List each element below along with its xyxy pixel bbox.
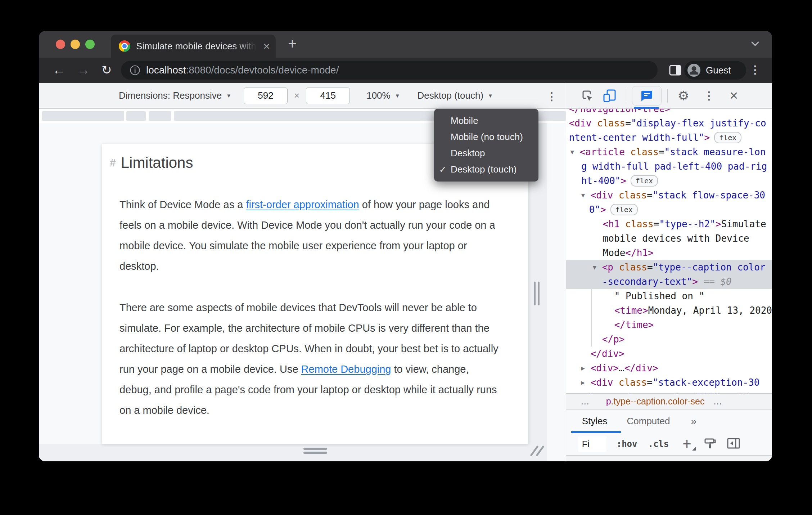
dom-tree-line[interactable]: </div> <box>566 346 772 361</box>
dom-tree-line[interactable]: </time> <box>566 318 772 332</box>
throttling-device-select[interactable]: Desktop (touch) <box>418 90 484 101</box>
more-tabs-chevrons[interactable]: » <box>691 416 696 427</box>
dom-tree-line[interactable]: 0">flex <box>566 202 772 217</box>
style-filter-input[interactable] <box>578 436 606 452</box>
rendering-brush-icon[interactable] <box>704 437 717 451</box>
viewport-height-resize-handle[interactable] <box>303 448 327 456</box>
url-text: localhost:8080/docs/devtools/device-mode… <box>146 64 339 76</box>
address-bar[interactable]: localhost:8080/docs/devtools/device-mode… <box>121 61 658 80</box>
dom-tree-line[interactable]: <h1 class="type--h2">Simulate <box>566 217 772 231</box>
dom-tree-line[interactable]: lg:stack-exception-700">…</d <box>566 390 772 393</box>
viewport-width-resize-handle[interactable] <box>534 282 540 305</box>
settings-gear-icon[interactable]: ⚙ <box>678 88 689 103</box>
media-query-segment[interactable] <box>42 111 124 121</box>
titlebar: Simulate mobile devices with D × + <box>39 31 772 58</box>
article-link[interactable]: Remote Debugging <box>301 363 391 375</box>
site-info-icon[interactable] <box>130 65 140 76</box>
fullscreen-window-button[interactable] <box>85 40 95 49</box>
tab-computed[interactable]: Computed <box>627 416 670 427</box>
code-token: </div> <box>624 363 658 373</box>
collapse-arrow-icon[interactable]: ▼ <box>570 145 574 159</box>
breadcrumb-selected-node[interactable]: p.type--caption.color-sec <box>606 396 705 407</box>
reload-button[interactable]: ↻ <box>102 63 112 77</box>
dom-tree-line[interactable]: <time>Monday, April 13, 2020 <box>566 303 772 318</box>
device-menu-item[interactable]: Mobile (no touch) <box>434 129 538 145</box>
side-panel-icon[interactable] <box>669 65 681 77</box>
device-type-menu: MobileMobile (no touch)Desktop✓Desktop (… <box>434 109 538 182</box>
device-menu-item[interactable]: ✓Desktop (touch) <box>434 161 538 178</box>
device-toolbar-menu-icon[interactable]: ⋮ <box>546 90 557 103</box>
expand-arrow-icon[interactable]: ▶ <box>581 361 585 375</box>
devtools-pane: ⚙ ⋮ × </navigation-tree><div class="disp… <box>566 83 772 461</box>
viewport-width-input[interactable] <box>244 88 288 104</box>
dom-tree-line[interactable]: <div class="display-flex justify-co <box>566 116 772 130</box>
toggle-class-button[interactable]: .cls <box>648 439 669 449</box>
forward-button[interactable]: → <box>77 63 90 77</box>
chrome-favicon-icon <box>119 40 130 52</box>
elements-dom-tree: </navigation-tree><div class="display-fl… <box>566 109 772 393</box>
back-button[interactable]: ← <box>53 63 66 77</box>
viewport-height-input[interactable] <box>306 88 350 104</box>
devtools-close-icon[interactable]: × <box>730 88 738 104</box>
device-menu-item[interactable]: Desktop <box>434 145 538 161</box>
tab-close-icon[interactable]: × <box>263 40 270 52</box>
styles-filter-bar: :hov .cls + <box>566 433 772 455</box>
dom-tree-line[interactable]: mobile devices with Device <box>566 231 772 246</box>
dom-tree-line[interactable]: ht-400">flex <box>566 174 772 188</box>
device-menu-item[interactable]: Mobile <box>434 113 538 129</box>
code-token: "stack flow-space-30 <box>653 190 765 201</box>
dom-tree-line[interactable]: ▼<article class="stack measure-lon <box>566 145 772 159</box>
dock-side-panel-icon[interactable] <box>727 438 740 451</box>
dom-tree-line[interactable]: ▼<p class="type--caption color <box>566 260 772 274</box>
new-style-rule-button[interactable]: + <box>682 437 691 451</box>
browser-menu-icon[interactable]: ⋮ <box>750 63 761 76</box>
code-token: > <box>692 276 698 287</box>
new-tab-button[interactable]: + <box>288 35 297 53</box>
dom-tree-line[interactable]: " Published on " <box>566 289 772 303</box>
article-link[interactable]: first-order approximation <box>246 199 359 210</box>
toggle-hover-button[interactable]: :hov <box>617 439 637 449</box>
dom-tree-line[interactable]: </navigation-tree> <box>566 109 772 116</box>
browser-tab[interactable]: Simulate mobile devices with D × <box>111 35 276 58</box>
dimensions-select[interactable]: Dimensions: Responsive <box>119 90 222 101</box>
heading-anchor-hash[interactable]: # <box>110 157 116 169</box>
inspect-element-icon[interactable] <box>581 89 594 102</box>
collapse-arrow-icon[interactable]: ▼ <box>593 260 596 274</box>
profile-button[interactable]: Guest <box>684 61 746 80</box>
collapse-arrow-icon[interactable]: ▼ <box>581 188 585 202</box>
dom-tree-line[interactable]: ntent-center width-full">flex <box>566 130 772 145</box>
device-menu-item-label: Mobile (no touch) <box>451 131 523 142</box>
media-query-segment[interactable] <box>149 111 171 121</box>
minimize-window-button[interactable] <box>71 40 80 49</box>
code-token: </navigation-tree> <box>569 109 671 114</box>
breadcrumb-ellipsis[interactable]: … <box>581 396 590 407</box>
viewport-bottom-gutter <box>39 444 547 461</box>
dom-tree-line[interactable]: ▶<div class="stack-exception-30 <box>566 375 772 390</box>
toggle-device-toolbar-icon[interactable] <box>603 89 617 103</box>
flex-badge[interactable]: flex <box>610 204 638 215</box>
dom-tree-line[interactable]: </p> <box>566 332 772 346</box>
devtools-menu-icon[interactable]: ⋮ <box>704 89 714 102</box>
tab-search-chevron-icon[interactable] <box>750 40 760 49</box>
breadcrumb-ellipsis[interactable]: … <box>713 396 723 407</box>
expand-arrow-icon[interactable]: ▶ <box>581 375 585 390</box>
dom-tree-line[interactable]: Mode</h1> <box>566 246 772 260</box>
tab-styles[interactable]: Styles <box>582 416 608 427</box>
dom-tree-line[interactable]: ▼<div class="stack flow-space-30 <box>566 188 772 202</box>
flex-badge[interactable]: flex <box>631 175 658 187</box>
media-query-segment[interactable] <box>126 111 146 121</box>
zoom-select[interactable]: 100% <box>366 90 391 101</box>
heading-text: Limitations <box>121 154 193 171</box>
dom-tree-line[interactable]: g width-full pad-left-400 pad-rig <box>566 159 772 174</box>
code-token: </div> <box>591 348 624 359</box>
url-path: :8080/docs/devtools/device-mode/ <box>186 64 339 76</box>
messages-tab[interactable] <box>632 86 662 106</box>
code-token: > <box>719 391 725 393</box>
viewport-corner-resize-handle[interactable] <box>531 445 545 459</box>
flex-badge[interactable]: flex <box>714 132 741 143</box>
url-host: localhost <box>146 64 186 76</box>
dom-tree-line[interactable]: -secondary-text"> == $0 <box>566 274 772 289</box>
dom-tree-line[interactable]: ▶<div>…</div> <box>566 361 772 375</box>
code-token: <div <box>591 190 613 201</box>
close-window-button[interactable] <box>56 40 65 49</box>
